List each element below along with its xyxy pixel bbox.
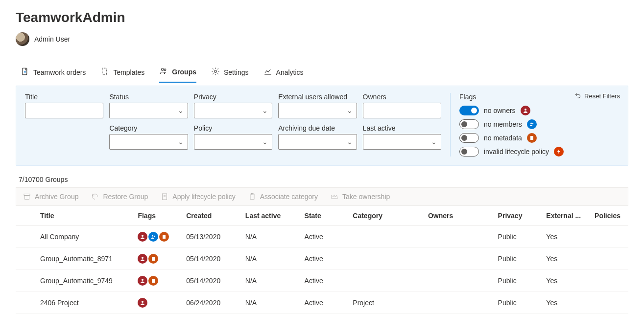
owners-input[interactable] [363,103,441,118]
no-metadata-icon [148,254,158,264]
col-flags[interactable]: Flags [134,206,182,226]
col-state[interactable]: State [301,206,349,226]
crown-icon [331,193,338,201]
undo-icon [574,92,581,100]
flag-label: invalid lifecycle policy [484,148,549,156]
chevron-down-icon: ⌄ [431,138,437,146]
cell-owners [424,226,494,248]
cell-created: 06/24/2020 [182,292,241,314]
col-created[interactable]: Created [182,206,241,226]
privacy-select[interactable]: ⌄ [194,103,272,118]
apply-policy-button[interactable]: Apply lifecycle policy [161,193,235,201]
label-status: Status [109,93,188,101]
cell-policies [591,248,628,270]
title-input[interactable] [25,103,103,118]
svg-point-15 [152,235,153,237]
flag-toggle-row: invalid lifecycle policy [459,147,564,157]
cell-title: Group_Automatic_8971 [16,248,134,270]
cell-external: Yes [542,226,591,248]
col-policies[interactable]: Policies [591,206,628,226]
svg-point-5 [525,109,526,111]
flag-toggle[interactable] [459,133,479,143]
tab-label: Teamwork orders [33,68,86,76]
cell-title: 2406 Project [16,292,134,314]
take-ownership-button[interactable]: Take ownership [331,193,390,201]
label-owners: Owners [363,93,441,101]
cell-external: Yes [542,270,591,292]
chevron-down-icon: ⌄ [178,107,184,114]
tab-templates[interactable]: Templates [100,67,144,83]
archive-group-button[interactable]: Archive Group [23,193,78,201]
cell-privacy: Public [494,226,543,248]
cell-last-active: N/A [241,248,301,270]
label-last-active: Last active [363,124,441,132]
no-owners-icon [138,276,147,286]
svg-point-16 [154,236,155,237]
label-archiving-due: Archiving due date [278,124,357,132]
archiving-due-select[interactable]: ⌄ [278,134,357,150]
current-user[interactable]: Admin User [16,32,628,46]
label-external-users: External users allowed [278,93,357,101]
col-title[interactable]: Title [16,206,134,226]
table-row[interactable]: Group_Automatic_8971 05/14/2020 N/A Acti… [16,248,628,270]
col-category[interactable]: Category [349,206,424,226]
col-external[interactable]: External ... [542,206,591,226]
associate-category-button[interactable]: Associate category [248,193,318,201]
reset-label: Reset Filters [584,92,620,100]
no-owners-icon [138,298,147,308]
tab-analytics[interactable]: Analytics [263,67,304,83]
cell-last-active: N/A [241,270,301,292]
svg-point-3 [164,69,166,71]
external-users-select[interactable]: ⌄ [278,103,357,118]
svg-rect-10 [24,195,29,199]
table-header-row: Title Flags Created Last active State Ca… [16,206,628,226]
cell-created: 05/14/2020 [182,248,241,270]
flag-toggle[interactable] [459,106,479,115]
status-select[interactable]: ⌄ [109,103,188,118]
last-active-select[interactable]: ⌄ [363,134,441,150]
col-owners[interactable]: Owners [424,206,494,226]
cell-privacy: Public [494,270,543,292]
restore-icon [91,193,99,201]
reset-filters-button[interactable]: Reset Filters [574,92,620,100]
svg-point-4 [215,70,217,73]
cell-state: Active [301,270,349,292]
gear-icon [211,67,220,77]
tab-label: Settings [224,68,249,76]
cell-owners [424,292,494,314]
flags-title: Flags [459,93,564,101]
flag-toggle-row: no metadata [459,133,564,143]
no-metadata-icon [527,133,537,143]
no-members-icon [527,119,537,129]
tab-groups[interactable]: Groups [159,67,196,83]
flag-toggle[interactable] [459,147,479,157]
archive-icon [23,193,31,201]
tab-settings[interactable]: Settings [211,67,249,83]
document-icon [21,67,29,77]
col-last-active[interactable]: Last active [241,206,301,226]
chevron-down-icon: ⌄ [262,107,268,114]
policy-select[interactable]: ⌄ [194,134,272,150]
cell-privacy: Public [494,248,543,270]
label-policy: Policy [194,124,272,132]
action-label: Apply lifecycle policy [172,193,235,201]
table-row[interactable]: Group_Automatic_9749 05/14/2020 N/A Acti… [16,270,628,292]
chevron-down-icon: ⌄ [262,138,268,146]
svg-point-22 [142,301,143,303]
label-privacy: Privacy [194,93,272,101]
col-privacy[interactable]: Privacy [494,206,543,226]
flag-toggle[interactable] [459,119,479,129]
category-select[interactable]: ⌄ [109,134,188,150]
restore-group-button[interactable]: Restore Group [91,193,148,201]
page-title: TeamworkAdmin [16,10,628,25]
table-row[interactable]: 2406 Project 06/24/2020 N/A Active Proje… [16,292,628,314]
label-category: Category [109,124,188,132]
tab-label: Analytics [276,68,304,76]
svg-point-6 [530,123,532,124]
action-label: Archive Group [35,193,78,201]
table-row[interactable]: All Company 05/13/2020 N/A Active Public… [16,226,628,248]
cell-flags [134,270,182,292]
label-title: Title [25,93,103,101]
tab-teamwork-orders[interactable]: Teamwork orders [21,67,86,83]
cell-owners [424,270,494,292]
